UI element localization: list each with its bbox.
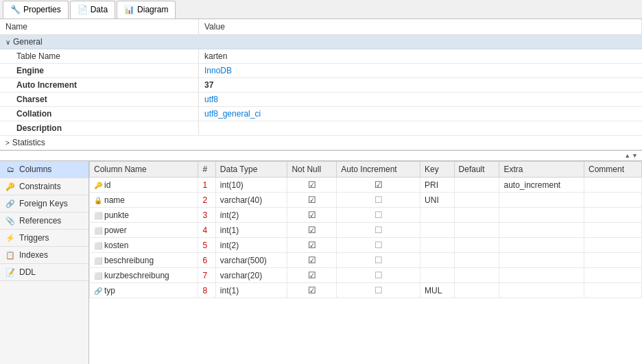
scroll-down-icon[interactable]: ▼ (632, 152, 638, 159)
sidebar-columns-label: Columns (19, 165, 51, 174)
tab-diagram[interactable]: 📊 Diagram (117, 1, 176, 19)
checked-icon: ☑ (308, 225, 316, 235)
tab-properties[interactable]: 🔧 Properties (3, 1, 69, 19)
row-col-num: 7 (198, 268, 215, 283)
row-col-autoincrement: ☐ (337, 268, 420, 283)
row-col-notnull: ☑ (287, 193, 337, 208)
unchecked-icon: ☐ (374, 225, 383, 235)
row-col-name: 🔒name (90, 193, 198, 208)
tab-data[interactable]: 📄 Data (70, 1, 115, 19)
tabs-bar: 🔧 Properties 📄 Data 📊 Diagram (0, 0, 642, 19)
col-header-default[interactable]: Default (454, 162, 499, 178)
col-header-notnull[interactable]: Not Null (287, 162, 337, 178)
table-row[interactable]: ⬜punkte3int(2)☑☐ (90, 208, 642, 223)
sidebar-constraints-label: Constraints (19, 182, 61, 191)
description-label: Description (0, 121, 199, 135)
foreign-keys-icon: 🔗 (5, 199, 15, 208)
row-col-datatype: int(1) (215, 223, 287, 238)
sidebar-references-label: References (19, 216, 61, 226)
row-col-comment (584, 253, 642, 268)
col-header-num[interactable]: # (198, 162, 215, 178)
row-col-datatype: varchar(20) (215, 268, 287, 283)
row-col-comment (584, 208, 642, 223)
row-col-key: PRI (420, 178, 454, 193)
sidebar-ddl-label: DDL (19, 267, 36, 277)
row-col-notnull: ☑ (287, 238, 337, 253)
table-row[interactable]: 🔒name2varchar(40)☑☐UNI (90, 193, 642, 208)
row-col-extra (499, 238, 584, 253)
unchecked-icon: ☐ (374, 195, 383, 205)
sidebar-item-indexes[interactable]: 📋 Indexes (0, 247, 88, 264)
sidebar-item-foreign-keys[interactable]: 🔗 Foreign Keys (0, 195, 88, 213)
references-icon: 📎 (5, 217, 15, 226)
unchecked-icon: ☐ (374, 255, 383, 265)
col-header-key[interactable]: Key (420, 162, 454, 178)
app-container: 🔧 Properties 📄 Data 📊 Diagram Name Value (0, 0, 642, 364)
row-col-num: 5 (198, 238, 215, 253)
statistics-section-row[interactable]: Statistics (0, 136, 642, 150)
table-row[interactable]: 🔗typ8int(1)☑☐MUL (90, 283, 642, 298)
row-col-datatype: int(2) (215, 208, 287, 223)
row-col-autoincrement: ☐ (337, 208, 420, 223)
row-col-autoincrement: ☐ (337, 283, 420, 298)
row-col-num: 4 (198, 223, 215, 238)
scroll-up-icon[interactable]: ▲ (624, 152, 630, 159)
constraints-icon: 🔑 (5, 182, 15, 191)
columns-table: Column Name # Data Type Not Null Auto In… (89, 161, 642, 298)
table-row[interactable]: ⬜kurzbeschreibung7varchar(20)☑☐ (90, 268, 642, 283)
row-col-default (454, 268, 499, 283)
columns-icon: 🗂 (5, 165, 15, 173)
row-col-default (454, 208, 499, 223)
row-col-datatype: int(10) (215, 178, 287, 193)
general-section-header[interactable]: General (0, 35, 642, 49)
col-header-autoincrement[interactable]: Auto Increment (337, 162, 420, 178)
sidebar-item-triggers[interactable]: ⚡ Triggers (0, 230, 88, 247)
row-col-autoincrement: ☑ (337, 178, 420, 193)
col-header-datatype[interactable]: Data Type (215, 162, 287, 178)
main-content: Name Value General Table Name karten Eng… (0, 19, 642, 364)
col-header-extra[interactable]: Extra (499, 162, 584, 178)
sidebar-item-constraints[interactable]: 🔑 Constraints (0, 178, 88, 195)
value-column-header: Value (199, 19, 642, 34)
sidebar-item-references[interactable]: 📎 References (0, 213, 88, 230)
row-col-extra: auto_increment (499, 178, 584, 193)
row-col-name: 🔑id (90, 178, 198, 193)
table-row[interactable]: ⬜beschreibung6varchar(500)☑☐ (90, 253, 642, 268)
prop-header: Name Value (0, 19, 642, 35)
table-row[interactable]: 🔑id1int(10)☑☑PRIauto_increment (90, 178, 642, 193)
row-col-default (454, 223, 499, 238)
row-col-extra (499, 193, 584, 208)
data-grid[interactable]: Column Name # Data Type Not Null Auto In… (89, 161, 642, 364)
table-row[interactable]: ⬜kosten5int(2)☑☐ (90, 238, 642, 253)
row-col-default (454, 283, 499, 298)
row-col-key (420, 268, 454, 283)
triggers-icon: ⚡ (5, 234, 15, 243)
row-col-extra (499, 268, 584, 283)
general-chevron-icon (5, 38, 10, 46)
checked-icon: ☑ (308, 210, 316, 220)
table-row[interactable]: ⬜power4int(1)☑☐ (90, 223, 642, 238)
collation-label: Collation (0, 107, 199, 121)
prop-row-description: Description (0, 121, 642, 136)
checked-icon: ☑ (374, 180, 383, 190)
ddl-icon: 📝 (5, 268, 15, 277)
sidebar-item-ddl[interactable]: 📝 DDL (0, 264, 88, 281)
charset-label: Charset (0, 93, 199, 106)
row-col-comment (584, 178, 642, 193)
description-value (199, 121, 642, 135)
row-col-name: ⬜punkte (90, 208, 198, 223)
prop-row-collation: Collation utf8_general_ci (0, 107, 642, 121)
sidebar-item-columns[interactable]: 🗂 Columns (0, 161, 88, 178)
row-col-key (420, 253, 454, 268)
row-col-name: ⬜beschreibung (90, 253, 198, 268)
row-col-num: 1 (198, 178, 215, 193)
engine-value[interactable]: InnoDB (199, 64, 642, 77)
collation-value[interactable]: utf8_general_ci (199, 107, 642, 121)
row-col-datatype: varchar(40) (215, 193, 287, 208)
charset-value[interactable]: utf8 (199, 93, 642, 106)
col-header-name[interactable]: Column Name (90, 162, 198, 178)
row-col-comment (584, 268, 642, 283)
prop-row-engine: Engine InnoDB (0, 64, 642, 78)
engine-label: Engine (0, 64, 199, 77)
col-header-comment[interactable]: Comment (584, 162, 642, 178)
